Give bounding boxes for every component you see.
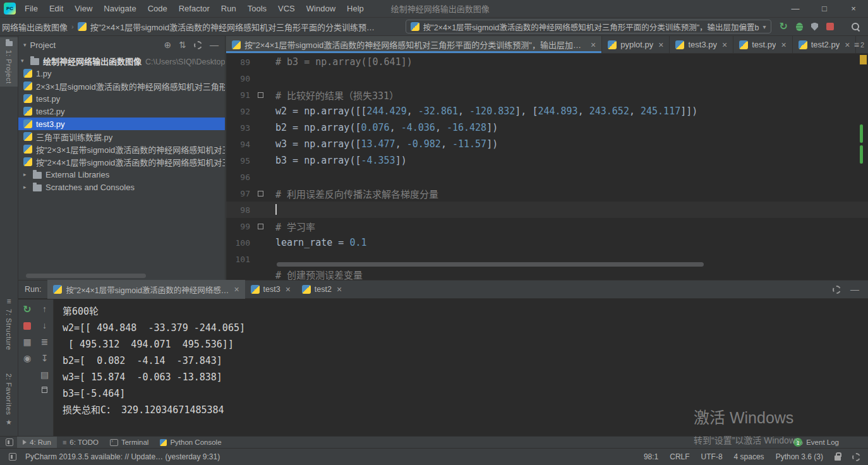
toolwindow-quick-access-icon[interactable] <box>7 453 18 461</box>
pin-tab-icon[interactable]: ◉ <box>23 354 31 363</box>
soft-wrap-icon[interactable]: ≣ <box>41 337 49 346</box>
menu-item-refactor[interactable]: Refactor <box>173 0 215 18</box>
run-tab[interactable]: 按"2×4×1层带sigmoid激活函数的神经网络感…× <box>47 280 244 299</box>
lock-icon[interactable] <box>835 456 841 461</box>
editor-horizontal-scrollbar[interactable] <box>277 262 704 267</box>
close-icon[interactable]: × <box>337 285 342 294</box>
tree-item[interactable]: 三角平面训练数据.py <box>18 130 225 143</box>
search-everywhere-button[interactable] <box>851 22 860 32</box>
restore-layout-icon[interactable]: ▦ <box>23 337 31 346</box>
fold-marker-icon[interactable] <box>250 87 268 103</box>
tree-item[interactable]: 按"2×3×1层带sigmoid激活函数的神经网络感知机对三角 <box>18 143 225 155</box>
editor-tab[interactable]: test3.py× <box>670 36 733 53</box>
gear-icon[interactable] <box>833 286 841 294</box>
vcs-added-stripe-mark[interactable] <box>860 145 863 164</box>
coverage-button[interactable] <box>811 23 818 31</box>
run-button[interactable]: ↻ <box>780 21 788 32</box>
warning-stripe-mark[interactable] <box>860 55 867 64</box>
line-separator[interactable]: CRLF <box>670 452 689 461</box>
tree-item[interactable]: 2×3×1层sigmoid激活函数的神经网络感知机对三角形平 <box>18 80 225 92</box>
menu-item-tools[interactable]: Tools <box>242 0 272 18</box>
event-log-button[interactable]: 1 Event Log <box>793 438 868 447</box>
down-stacktrace-icon[interactable]: ↓ <box>42 321 47 330</box>
menu-item-file[interactable]: File <box>19 0 44 18</box>
editor-tab[interactable]: test.py× <box>733 36 792 53</box>
hide-panel-icon[interactable]: — <box>850 285 859 294</box>
menu-item-code[interactable]: Code <box>142 0 173 18</box>
toolwindow-stripe-structure[interactable]: ≡ 7: Structure <box>0 295 18 353</box>
close-icon[interactable]: × <box>658 40 663 49</box>
close-icon[interactable]: × <box>781 40 786 49</box>
maximize-button[interactable]: □ <box>810 0 839 17</box>
locate-file-icon[interactable]: ⊕ <box>164 40 172 49</box>
breadcrumb-root[interactable]: 网络输出函数图像 <box>2 21 68 33</box>
status-message[interactable]: PyCharm 2019.3.5 available: // Update… (… <box>25 452 220 461</box>
menu-item-vcs[interactable]: VCS <box>272 0 301 18</box>
fold-marker-icon[interactable] <box>250 218 268 234</box>
gear-icon[interactable] <box>194 41 202 49</box>
close-button[interactable]: × <box>839 0 868 17</box>
close-icon[interactable]: × <box>722 40 727 49</box>
menu-item-help[interactable]: Help <box>341 0 370 18</box>
breadcrumb-file[interactable]: 按"2×4×1层带sigmoid激活函数的神经网络感知机对三角形平面的分类训练预… <box>90 21 381 33</box>
collapse-arrow-icon[interactable]: ▸ <box>23 184 29 190</box>
tree-item[interactable]: test2.py <box>18 105 225 118</box>
toolwindow-switcher-icon[interactable] <box>4 438 15 446</box>
collapse-all-icon[interactable]: ⇅ <box>179 40 186 49</box>
editor-tab[interactable]: 按"2×4×1层带sigmoid激活函数的神经网络感知机对三角形平面的分类训练预… <box>226 36 602 53</box>
tree-item[interactable]: 按"2×4×1层带sigmoid激活函数的神经网络感知机对三角 <box>18 155 225 168</box>
print-icon[interactable]: ▤ <box>40 370 49 379</box>
stop-button[interactable] <box>826 23 834 30</box>
collapse-arrow-icon[interactable]: ▸ <box>23 171 29 178</box>
python-interpreter[interactable]: Python 3.6 (3) <box>776 452 823 461</box>
code-editor[interactable]: 89# b3 = np.array([0.641])9091# 比较好的结果（损… <box>226 54 868 280</box>
clear-console-icon[interactable] <box>42 387 47 393</box>
fold-marker-icon[interactable] <box>250 185 268 202</box>
tree-item[interactable]: 1.py <box>18 67 225 80</box>
debug-button[interactable] <box>796 23 803 31</box>
minimize-button[interactable]: — <box>781 0 810 17</box>
caret-position[interactable]: 98:1 <box>644 452 658 461</box>
tree-item[interactable]: ▾绘制神经网络输出函数图像C:\Users\SIQI\Desktop\绘制神经 <box>18 54 225 67</box>
menu-item-run[interactable]: Run <box>215 0 242 18</box>
indent-style[interactable]: 4 spaces <box>734 452 764 461</box>
up-stacktrace-icon[interactable]: ↑ <box>42 305 47 313</box>
editor-tab[interactable]: test2.py× <box>793 36 857 53</box>
chevron-down-icon[interactable]: ▾ <box>23 42 27 48</box>
tree-item[interactable]: ▸External Libraries <box>18 168 225 181</box>
menu-item-navigate[interactable]: Navigate <box>98 0 142 18</box>
hidden-tabs-button[interactable]: ≡ 2 <box>854 36 864 54</box>
scroll-to-end-icon[interactable]: ↧ <box>41 354 49 363</box>
tree-item[interactable]: ▸Scratches and Consoles <box>18 181 225 193</box>
file-encoding[interactable]: UTF-8 <box>701 452 723 461</box>
close-icon[interactable]: × <box>845 40 850 49</box>
rerun-icon[interactable]: ↻ <box>23 305 31 315</box>
run-tab[interactable]: test3× <box>245 280 296 299</box>
toolwindow-stripe-project[interactable]: 1: Project <box>0 37 18 87</box>
gear-icon[interactable] <box>852 453 860 461</box>
close-icon[interactable]: × <box>286 285 291 294</box>
toolwindow-button-terminal[interactable]: Terminal <box>104 437 154 448</box>
toolwindow-button-run[interactable]: 4: Run <box>17 437 57 448</box>
expand-arrow-icon[interactable]: ▾ <box>21 57 27 64</box>
tree-item[interactable]: test3.py <box>18 118 225 130</box>
vcs-added-stripe-mark[interactable] <box>860 124 863 143</box>
menu-item-view[interactable]: View <box>69 0 98 18</box>
editor-tab[interactable]: pyplot.py× <box>602 36 670 53</box>
close-icon[interactable]: × <box>591 40 596 49</box>
project-horizontal-scrollbar[interactable] <box>26 274 146 278</box>
toolwindow-button-todo[interactable]: ≡6: TODO <box>57 437 104 448</box>
toolwindow-bar-items: 4: Run≡6: TODOTerminalPython Console <box>17 437 227 448</box>
menu-item-window[interactable]: Window <box>301 0 341 18</box>
run-configuration-select[interactable]: 按"2×4×1层带sigmoid激活函数的神经网络感知机对三角形平面的分类训练预… <box>406 20 771 33</box>
hide-panel-icon[interactable]: — <box>210 40 219 49</box>
toolwindow-stripe-favorites[interactable]: 2: Favorites ★ <box>0 371 18 428</box>
stop-icon[interactable] <box>23 322 31 330</box>
toolwindow-button-python[interactable]: Python Console <box>154 437 227 448</box>
menu-item-edit[interactable]: Edit <box>44 0 69 18</box>
tree-item[interactable]: test.py <box>18 92 225 105</box>
project-panel-title[interactable]: Project <box>30 40 56 50</box>
console-output[interactable]: 第600轮w2=[[ 494.848 -33.379 -244.065] [ 4… <box>54 299 868 436</box>
close-icon[interactable]: × <box>234 285 239 294</box>
run-tab[interactable]: test2× <box>296 280 347 299</box>
